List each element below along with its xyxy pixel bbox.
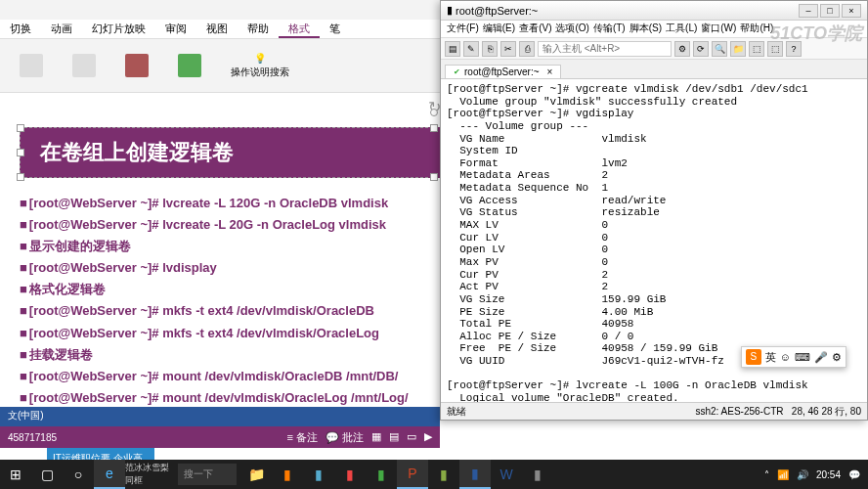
menu-item[interactable]: 脚本(S) (629, 22, 662, 36)
toolbar-button[interactable]: 🔍 (712, 41, 727, 57)
app-icon[interactable]: ▮ (366, 460, 397, 489)
start-button[interactable]: ⊞ (0, 460, 31, 489)
view-reading-icon[interactable]: ▭ (407, 430, 416, 445)
app-icon[interactable]: ▮ (272, 460, 303, 489)
host-input[interactable] (538, 41, 672, 57)
menu-item[interactable]: 帮助(H) (740, 22, 773, 36)
view-sorter-icon[interactable]: ▤ (389, 430, 399, 445)
ribbon-tab[interactable]: 幻灯片放映 (82, 20, 155, 38)
connected-icon: ✔ (454, 67, 460, 76)
ribbon-tab[interactable]: 笔 (320, 20, 350, 38)
tab-close-icon[interactable]: × (547, 67, 553, 77)
terminal-taskbar-item[interactable]: ▮ (459, 460, 491, 489)
network-icon[interactable]: 📶 (777, 469, 789, 480)
toolbar-button[interactable]: ⬚ (749, 41, 764, 57)
status-cursor-pos: 28, 46 28 行, 80 (792, 406, 861, 417)
language-bar[interactable]: 文(中国) (0, 407, 440, 426)
toolbar-group[interactable] (72, 54, 96, 77)
ime-popup[interactable]: S 英 ☺ ⌨ 🎤 ⚙ (741, 346, 846, 368)
close-button[interactable]: × (842, 4, 861, 18)
ie-taskbar-item[interactable]: e (94, 460, 125, 489)
terminal-tabbar: ✔ root@ftpServer:~ × (441, 60, 867, 79)
explorer-icon[interactable]: 📁 (240, 460, 272, 489)
ribbon-tab[interactable]: 切换 (0, 20, 41, 38)
sogou-icon: S (746, 349, 761, 365)
app-icon[interactable]: ▮ (303, 460, 334, 489)
tray-up-icon[interactable]: ˄ (764, 469, 769, 480)
powerpoint-taskbar-item[interactable]: P (397, 460, 428, 489)
status-ssh: ssh2: AES-256-CTR (695, 406, 783, 417)
slide-title-text: 在卷组上创建逻辑卷 (40, 140, 234, 164)
terminal-tab[interactable]: ✔ root@ftpServer:~ × (445, 65, 561, 78)
word-icon[interactable]: W (491, 460, 522, 489)
menu-item[interactable]: 窗口(W) (701, 22, 736, 36)
toolbar-group[interactable] (125, 54, 149, 77)
toolbar-button[interactable]: ⎙ (519, 41, 535, 57)
resize-handle[interactable] (17, 173, 24, 181)
ime-mic-icon[interactable]: 🎤 (814, 351, 828, 364)
ime-settings-icon[interactable]: ⚙ (832, 351, 842, 364)
resize-handle[interactable] (430, 173, 438, 181)
toolbar-button[interactable]: ⚙ (674, 41, 690, 57)
clock[interactable]: 20:54 (816, 469, 841, 480)
resize-handle[interactable] (430, 124, 438, 132)
terminal-titlebar[interactable]: ▮ root@ftpServer:~ – □ × (441, 1, 867, 21)
ribbon-tab[interactable]: 视图 (196, 20, 238, 38)
resize-handle[interactable] (17, 124, 24, 132)
app-icon[interactable]: ▮ (334, 460, 366, 489)
taskbar: ⊞ ▢ ○ e 范冰冰雪梨同框 搜一下 📁 ▮ ▮ ▮ ▮ P ▮ ▮ W ▮ … (0, 460, 868, 489)
status-ready: 就绪 (447, 405, 466, 419)
ribbon-tab[interactable]: 动画 (41, 20, 82, 38)
search-box[interactable]: 搜一下 (178, 464, 237, 485)
ribbon-tab[interactable]: 格式 (279, 20, 320, 38)
help-label: 操作说明搜索 (231, 66, 289, 79)
ime-keyboard-icon[interactable]: ⌨ (795, 351, 810, 364)
toolbar-help[interactable]: 💡 操作说明搜索 (231, 53, 289, 79)
terminal-icon: ▮ (447, 4, 453, 17)
ribbon-tab[interactable]: 审阅 (155, 20, 196, 38)
minimize-button[interactable]: – (799, 4, 818, 18)
menu-item[interactable]: 查看(V) (519, 22, 551, 36)
volume-icon[interactable]: 🔊 (797, 469, 808, 480)
terminal-statusbar: 就绪 ssh2: AES-256-CTR 28, 46 28 行, 80 (441, 402, 867, 420)
comments-button[interactable]: 💬 批注 (326, 430, 364, 445)
ppt-statusbar: 458717185 ≡ 备注 💬 批注 ▦ ▤ ▭ ▶ (0, 426, 440, 448)
terminal-title: root@ftpServer:~ (456, 5, 538, 17)
resize-handle[interactable] (17, 149, 24, 156)
cortana-icon[interactable]: ○ (63, 460, 94, 489)
tab-label: root@ftpServer:~ (464, 67, 540, 77)
menu-item[interactable]: 选项(O) (555, 22, 588, 36)
toolbar-button[interactable]: ✂ (500, 41, 516, 57)
toolbar-button[interactable]: ⟳ (693, 41, 709, 57)
menu-item[interactable]: 传输(T) (593, 22, 626, 36)
menu-item[interactable]: 编辑(E) (483, 22, 515, 36)
menu-item[interactable]: 工具(L) (666, 22, 697, 36)
ribbon-tab[interactable]: 帮助 (238, 20, 279, 38)
toolbar-group[interactable] (178, 54, 201, 77)
rotate-handle[interactable] (430, 109, 438, 116)
maximize-button[interactable]: □ (820, 4, 840, 18)
notes-button[interactable]: ≡ 备注 (286, 430, 317, 445)
toolbar-button[interactable]: ✎ (463, 41, 479, 57)
view-slideshow-icon[interactable]: ▶ (424, 430, 432, 445)
ime-icon[interactable]: ☺ (780, 351, 791, 363)
toolbar-button[interactable]: 📁 (730, 41, 746, 57)
watermark: 51CTO学院 (770, 22, 862, 45)
toolbar-group[interactable] (20, 54, 43, 77)
toolbar-button[interactable]: ▤ (445, 41, 460, 57)
menu-item[interactable]: 文件(F) (447, 22, 479, 36)
ie-title: 范冰冰雪梨同框 (125, 462, 174, 487)
task-view-button[interactable]: ▢ (31, 460, 63, 489)
toolbar-button[interactable]: ⎘ (482, 41, 498, 57)
app-icon[interactable]: ▮ (522, 460, 553, 489)
system-tray[interactable]: ˄ 📶 🔊 20:54 💬 (764, 469, 868, 480)
app-icon[interactable]: ▮ (428, 460, 459, 489)
notifications-icon[interactable]: 💬 (848, 469, 860, 480)
view-normal-icon[interactable]: ▦ (371, 430, 381, 445)
slide-number: 458717185 (8, 432, 57, 443)
ime-lang[interactable]: 英 (765, 350, 776, 365)
